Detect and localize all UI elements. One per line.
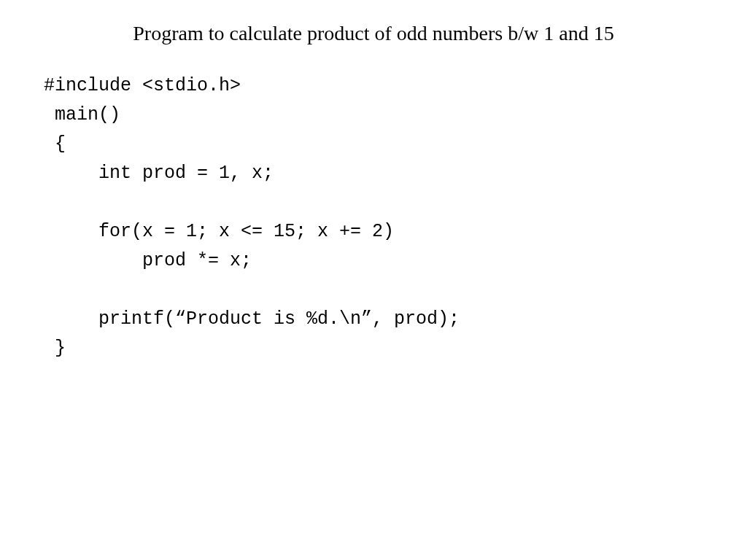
code-line: printf(“Product is %d.\n”, prod); (44, 308, 460, 330)
code-line: int prod = 1, x; (44, 163, 274, 184)
code-line: #include <stdio.h> (44, 75, 241, 96)
code-line: main() (44, 104, 120, 125)
code-line: prod *= x; (44, 250, 252, 271)
code-block: #include <stdio.h> main() { int prod = 1… (0, 71, 747, 363)
code-line: { (44, 133, 66, 155)
code-line: } (44, 338, 66, 359)
code-line: for(x = 1; x <= 15; x += 2) (44, 221, 394, 242)
slide-title: Program to calculate product of odd numb… (0, 22, 747, 45)
